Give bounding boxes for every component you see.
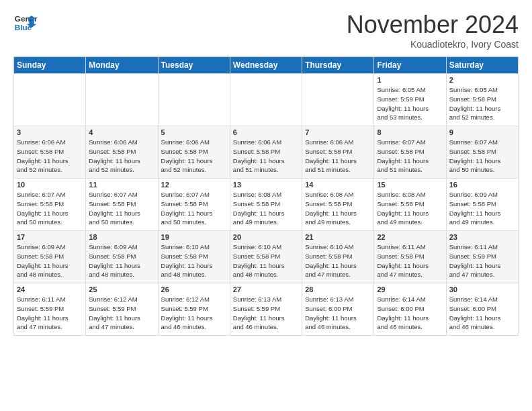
calendar-day-cell: 15Sunrise: 6:08 AMSunset: 5:58 PMDayligh…: [374, 179, 446, 231]
calendar-day-cell: [158, 74, 230, 126]
day-info: Sunrise: 6:09 AMSunset: 5:58 PMDaylight:…: [449, 190, 515, 227]
calendar-week-row: 24Sunrise: 6:11 AMSunset: 5:59 PMDayligh…: [14, 283, 519, 336]
weekday-header: Saturday: [446, 57, 518, 74]
day-info: Sunrise: 6:06 AMSunset: 5:58 PMDaylight:…: [305, 138, 371, 175]
day-info: Sunrise: 6:12 AMSunset: 5:59 PMDaylight:…: [161, 295, 227, 332]
calendar-week-row: 17Sunrise: 6:09 AMSunset: 5:58 PMDayligh…: [14, 231, 519, 283]
day-number: 19: [161, 233, 227, 241]
day-number: 26: [161, 285, 227, 293]
day-info: Sunrise: 6:10 AMSunset: 5:58 PMDaylight:…: [161, 242, 227, 279]
calendar-day-cell: 24Sunrise: 6:11 AMSunset: 5:59 PMDayligh…: [14, 283, 86, 336]
calendar-day-cell: 14Sunrise: 6:08 AMSunset: 5:58 PMDayligh…: [302, 179, 374, 231]
day-number: 24: [17, 285, 83, 293]
calendar-day-cell: 22Sunrise: 6:11 AMSunset: 5:58 PMDayligh…: [374, 231, 446, 283]
day-info: Sunrise: 6:07 AMSunset: 5:58 PMDaylight:…: [161, 190, 227, 227]
day-number: 28: [305, 285, 371, 293]
calendar-day-cell: 17Sunrise: 6:09 AMSunset: 5:58 PMDayligh…: [14, 231, 86, 283]
calendar-day-cell: 13Sunrise: 6:08 AMSunset: 5:58 PMDayligh…: [230, 179, 302, 231]
day-info: Sunrise: 6:06 AMSunset: 5:58 PMDaylight:…: [161, 138, 227, 175]
location-subtitle: Kouadiotekro, Ivory Coast: [347, 39, 519, 50]
logo: General Blue: [13, 11, 38, 35]
calendar-day-cell: 28Sunrise: 6:13 AMSunset: 6:00 PMDayligh…: [302, 283, 374, 336]
calendar-day-cell: 30Sunrise: 6:14 AMSunset: 6:00 PMDayligh…: [446, 283, 518, 336]
day-number: 13: [233, 181, 299, 189]
day-number: 20: [233, 233, 299, 241]
calendar-day-cell: 19Sunrise: 6:10 AMSunset: 5:58 PMDayligh…: [158, 231, 230, 283]
day-number: 6: [233, 128, 299, 136]
day-info: Sunrise: 6:10 AMSunset: 5:58 PMDaylight:…: [233, 242, 299, 279]
day-info: Sunrise: 6:07 AMSunset: 5:58 PMDaylight:…: [89, 190, 154, 227]
calendar-day-cell: [86, 74, 158, 126]
day-number: 8: [377, 128, 443, 136]
weekday-header: Tuesday: [158, 57, 230, 74]
day-info: Sunrise: 6:07 AMSunset: 5:58 PMDaylight:…: [377, 138, 443, 175]
day-info: Sunrise: 6:11 AMSunset: 5:59 PMDaylight:…: [17, 295, 83, 332]
calendar-table: SundayMondayTuesdayWednesdayThursdayFrid…: [13, 56, 519, 336]
day-number: 30: [449, 285, 515, 293]
day-info: Sunrise: 6:08 AMSunset: 5:58 PMDaylight:…: [233, 190, 299, 227]
day-number: 3: [17, 128, 83, 136]
day-number: 2: [449, 76, 515, 84]
logo-icon: General Blue: [13, 11, 38, 35]
calendar-week-row: 1Sunrise: 6:05 AMSunset: 5:59 PMDaylight…: [14, 74, 519, 126]
calendar-day-cell: [230, 74, 302, 126]
day-info: Sunrise: 6:11 AMSunset: 5:59 PMDaylight:…: [449, 242, 515, 279]
day-number: 23: [449, 233, 515, 241]
day-info: Sunrise: 6:06 AMSunset: 5:58 PMDaylight:…: [89, 138, 154, 175]
calendar-day-cell: 4Sunrise: 6:06 AMSunset: 5:58 PMDaylight…: [86, 126, 158, 179]
weekday-header: Wednesday: [230, 57, 302, 74]
day-info: Sunrise: 6:14 AMSunset: 6:00 PMDaylight:…: [377, 295, 443, 332]
calendar-day-cell: 29Sunrise: 6:14 AMSunset: 6:00 PMDayligh…: [374, 283, 446, 336]
calendar-day-cell: 3Sunrise: 6:06 AMSunset: 5:58 PMDaylight…: [14, 126, 86, 179]
calendar-day-cell: 18Sunrise: 6:09 AMSunset: 5:58 PMDayligh…: [86, 231, 158, 283]
calendar-day-cell: 7Sunrise: 6:06 AMSunset: 5:58 PMDaylight…: [302, 126, 374, 179]
weekday-header: Sunday: [14, 57, 86, 74]
day-info: Sunrise: 6:14 AMSunset: 6:00 PMDaylight:…: [449, 295, 515, 332]
day-number: 12: [161, 181, 227, 189]
day-number: 17: [17, 233, 83, 241]
calendar-day-cell: [302, 74, 374, 126]
day-number: 29: [377, 285, 443, 293]
day-number: 18: [89, 233, 154, 241]
calendar-day-cell: 6Sunrise: 6:06 AMSunset: 5:58 PMDaylight…: [230, 126, 302, 179]
calendar-day-cell: [14, 74, 86, 126]
day-info: Sunrise: 6:10 AMSunset: 5:58 PMDaylight:…: [305, 242, 371, 279]
day-number: 4: [89, 128, 154, 136]
day-number: 15: [377, 181, 443, 189]
day-info: Sunrise: 6:06 AMSunset: 5:58 PMDaylight:…: [17, 138, 83, 175]
day-number: 5: [161, 128, 227, 136]
day-info: Sunrise: 6:12 AMSunset: 5:59 PMDaylight:…: [89, 295, 154, 332]
header: General Blue November 2024 Kouadiotekro,…: [13, 11, 519, 50]
day-info: Sunrise: 6:06 AMSunset: 5:58 PMDaylight:…: [233, 138, 299, 175]
weekday-header: Thursday: [302, 57, 374, 74]
calendar-day-cell: 8Sunrise: 6:07 AMSunset: 5:58 PMDaylight…: [374, 126, 446, 179]
day-number: 16: [449, 181, 515, 189]
day-info: Sunrise: 6:05 AMSunset: 5:59 PMDaylight:…: [377, 85, 443, 122]
calendar-day-cell: 5Sunrise: 6:06 AMSunset: 5:58 PMDaylight…: [158, 126, 230, 179]
day-info: Sunrise: 6:05 AMSunset: 5:58 PMDaylight:…: [449, 85, 515, 122]
day-number: 21: [305, 233, 371, 241]
day-info: Sunrise: 6:11 AMSunset: 5:58 PMDaylight:…: [377, 242, 443, 279]
calendar-day-cell: 1Sunrise: 6:05 AMSunset: 5:59 PMDaylight…: [374, 74, 446, 126]
calendar-day-cell: 26Sunrise: 6:12 AMSunset: 5:59 PMDayligh…: [158, 283, 230, 336]
calendar-day-cell: 27Sunrise: 6:13 AMSunset: 5:59 PMDayligh…: [230, 283, 302, 336]
day-number: 9: [449, 128, 515, 136]
day-info: Sunrise: 6:13 AMSunset: 5:59 PMDaylight:…: [233, 295, 299, 332]
day-info: Sunrise: 6:08 AMSunset: 5:58 PMDaylight:…: [377, 190, 443, 227]
day-info: Sunrise: 6:07 AMSunset: 5:58 PMDaylight:…: [17, 190, 83, 227]
calendar-day-cell: 25Sunrise: 6:12 AMSunset: 5:59 PMDayligh…: [86, 283, 158, 336]
month-title: November 2024: [347, 11, 519, 39]
calendar-day-cell: 12Sunrise: 6:07 AMSunset: 5:58 PMDayligh…: [158, 179, 230, 231]
calendar-week-row: 10Sunrise: 6:07 AMSunset: 5:58 PMDayligh…: [14, 179, 519, 231]
day-info: Sunrise: 6:09 AMSunset: 5:58 PMDaylight:…: [17, 242, 83, 279]
calendar-day-cell: 2Sunrise: 6:05 AMSunset: 5:58 PMDaylight…: [446, 74, 518, 126]
calendar-day-cell: 10Sunrise: 6:07 AMSunset: 5:58 PMDayligh…: [14, 179, 86, 231]
day-number: 25: [89, 285, 154, 293]
page: General Blue November 2024 Kouadiotekro,…: [0, 0, 532, 344]
calendar-week-row: 3Sunrise: 6:06 AMSunset: 5:58 PMDaylight…: [14, 126, 519, 179]
title-block: November 2024 Kouadiotekro, Ivory Coast: [347, 11, 519, 50]
weekday-header: Monday: [86, 57, 158, 74]
day-number: 11: [89, 181, 154, 189]
day-number: 14: [305, 181, 371, 189]
day-number: 22: [377, 233, 443, 241]
